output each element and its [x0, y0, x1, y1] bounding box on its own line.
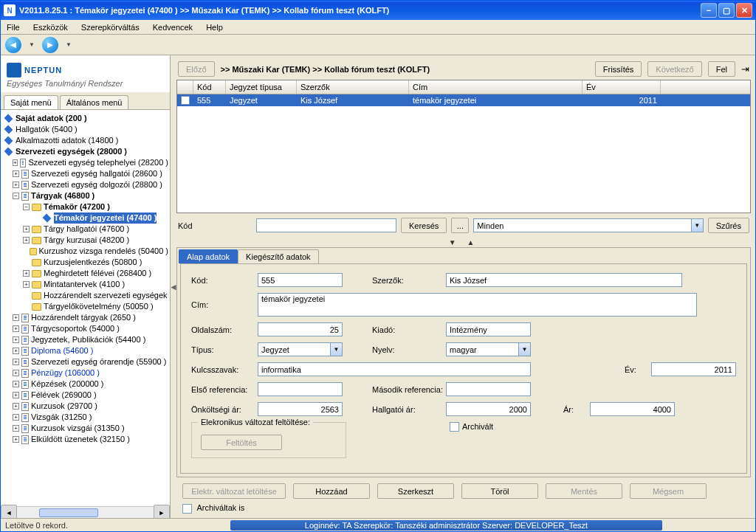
menu-kedvencek[interactable]: Kedvencek: [150, 21, 196, 33]
expand-icon[interactable]: +: [23, 237, 30, 243]
col-ev[interactable]: Év: [583, 80, 661, 94]
expand-icon[interactable]: +: [13, 325, 19, 332]
expand-icon[interactable]: +: [13, 359, 19, 365]
row-checkbox[interactable]: [181, 96, 190, 105]
col-cim[interactable]: Cím: [409, 80, 583, 94]
dropdown-arrow-icon[interactable]: ▼: [691, 218, 704, 232]
kovetkezo-button[interactable]: Következő: [647, 61, 701, 77]
tree-item[interactable]: Szervezeti egység telephelyei (28200 ): [28, 157, 168, 168]
tree-item[interactable]: Szervezeti egység hallgatói (28600 ): [31, 168, 162, 179]
scroll-right-icon[interactable]: ►: [154, 505, 170, 518]
mentes-button[interactable]: Mentés: [546, 483, 622, 499]
tree-item[interactable]: Tárgy hallgatói (47600 ): [44, 224, 129, 235]
kereses-button[interactable]: Keresés: [401, 218, 447, 233]
tree-diploma[interactable]: Diploma (54600 ): [31, 345, 93, 356]
minimize-button[interactable]: −: [701, 3, 717, 18]
tree-item[interactable]: Szervezeti egység órarendje (55900 ): [31, 356, 166, 367]
tree-item[interactable]: Hozzárendelt tárgyak (2650 ): [31, 312, 136, 323]
torol-button[interactable]: Töröl: [461, 483, 538, 499]
input-szerzok[interactable]: [446, 273, 682, 287]
tree-item[interactable]: Elküldött üzenetek (32150 ): [31, 434, 130, 445]
tree-item[interactable]: Tárgy kurzusai (48200 ): [44, 235, 129, 246]
archivaltak-checkbox[interactable]: [182, 504, 192, 514]
expand-icon[interactable]: +: [13, 336, 19, 343]
filter-select[interactable]: [473, 218, 690, 232]
scroll-left-icon[interactable]: ◄: [1, 505, 17, 518]
data-grid[interactable]: Kód Jegyzet típusa Szerzők Cím Év 555 Je…: [176, 80, 751, 213]
expand-icon[interactable]: +: [13, 314, 19, 321]
tree-szervezeti[interactable]: Szervezeti egységek (28000 ): [16, 146, 127, 157]
dropdown-arrow-icon[interactable]: ▼: [330, 342, 343, 356]
scroll-thumb[interactable]: [39, 508, 98, 517]
input-hallgatoi-ar[interactable]: [446, 402, 531, 416]
megsem-button[interactable]: Mégsem: [630, 483, 707, 499]
nav-forward-button[interactable]: ►: [42, 37, 58, 53]
tree-sajat-adatok[interactable]: Saját adatok (200 ): [16, 113, 87, 124]
search-more-button[interactable]: ...: [451, 218, 469, 233]
tree-item[interactable]: Meghirdetett félévei (268400 ): [44, 268, 151, 279]
tab-kiegeszito[interactable]: Kiegészítő adatok: [238, 249, 318, 263]
expand-icon[interactable]: +: [13, 182, 19, 188]
tree-item[interactable]: Szervezeti egység dolgozói (28800 ): [31, 179, 162, 190]
collapse-icon[interactable]: −: [23, 204, 30, 210]
expand-icon[interactable]: +: [13, 414, 19, 421]
expand-icon[interactable]: +: [13, 392, 19, 398]
search-input[interactable]: [256, 218, 396, 232]
input-oldalszam[interactable]: [258, 322, 343, 336]
input-cim[interactable]: [258, 293, 697, 317]
tree-alkalmazotti[interactable]: Alkalmazotti adatok (14800 ): [16, 135, 118, 146]
menu-szerepkorvaltas[interactable]: Szerepkörváltás: [78, 21, 142, 33]
tree-item[interactable]: Tárgyelőkövetelmény (50050 ): [44, 301, 154, 312]
archivalt-checkbox[interactable]: [450, 422, 459, 432]
expand-icon[interactable]: +: [13, 370, 19, 376]
tree-item[interactable]: Képzések (200000 ): [31, 379, 103, 390]
tree-item[interactable]: Vizsgák (31250 ): [31, 412, 92, 423]
tree-temakor[interactable]: Témakör (47200 ): [44, 201, 110, 213]
expand-icon[interactable]: +: [13, 348, 19, 354]
expand-icon[interactable]: +: [13, 159, 18, 166]
expand-icon[interactable]: +: [23, 270, 30, 277]
tree-item[interactable]: Félévek (269000 ): [31, 390, 97, 401]
close-button[interactable]: ✕: [736, 3, 752, 18]
elozo-button[interactable]: Előző: [178, 61, 215, 77]
expand-icon[interactable]: +: [23, 281, 30, 288]
tree-item[interactable]: Hozzárendelt szervezeti egységek: [44, 290, 168, 301]
input-ar[interactable]: [590, 402, 675, 416]
col-tipus[interactable]: Jegyzet típusa: [226, 80, 297, 94]
maximize-button[interactable]: ▢: [718, 3, 735, 18]
tree-item[interactable]: Kurzusok (29700 ): [31, 401, 97, 412]
tree-item[interactable]: Mintatantervek (4100 ): [44, 279, 125, 290]
tree-hscroll[interactable]: ◄ ►: [1, 506, 170, 518]
tree-targyak[interactable]: Tárgyak (46800 ): [31, 190, 94, 201]
tree-item[interactable]: Tárgycsoportok (54000 ): [31, 323, 120, 334]
col-szerzok[interactable]: Szerzők: [297, 80, 409, 94]
table-row[interactable]: 555 Jegyzet Kis József témakör jegyzetei…: [177, 94, 750, 106]
menu-help[interactable]: Help: [203, 21, 226, 33]
tree-item[interactable]: Kurzushoz vizsga rendelés (50400 ): [39, 246, 168, 257]
dropdown-arrow-icon[interactable]: ▼: [518, 342, 531, 356]
nav-back-button[interactable]: ◄: [5, 37, 21, 53]
select-tipus[interactable]: [258, 342, 330, 356]
frissites-button[interactable]: Frissítés: [595, 61, 642, 77]
input-kiado[interactable]: [446, 322, 531, 336]
expand-icon[interactable]: +: [13, 436, 19, 443]
nav-forward-dropdown[interactable]: ▼: [66, 41, 72, 48]
menu-eszkozok[interactable]: Eszközök: [30, 21, 71, 33]
tab-altalanos-menu[interactable]: Általános menü: [60, 95, 129, 109]
collapse-icon[interactable]: −: [13, 193, 19, 199]
tab-sajat-menu[interactable]: Saját menü: [4, 95, 58, 109]
select-nyelv[interactable]: [446, 342, 518, 356]
menu-file[interactable]: File: [4, 21, 23, 33]
szerkeszt-button[interactable]: Szerkeszt: [377, 483, 454, 499]
pin-icon[interactable]: ⇥: [741, 63, 749, 75]
input-onkoltsegi[interactable]: [258, 402, 343, 416]
tree-item[interactable]: Jegyzetek, Publikációk (54400 ): [31, 334, 145, 345]
tree-penzugy[interactable]: Pénzügy (106000 ): [31, 367, 100, 379]
feltoltes-button[interactable]: Feltöltés: [201, 435, 282, 450]
expand-icon[interactable]: +: [13, 425, 19, 432]
expand-icon[interactable]: +: [13, 403, 19, 410]
panel-expander[interactable]: ▼ ▲: [176, 238, 751, 247]
input-kulcsszavak[interactable]: [258, 362, 531, 376]
input-kod[interactable]: [258, 273, 343, 287]
input-masodik-ref[interactable]: [446, 382, 531, 396]
